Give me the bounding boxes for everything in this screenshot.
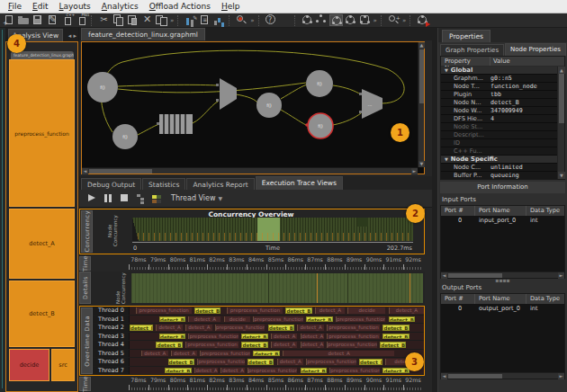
menu-item-file[interactable]: File: [4, 1, 26, 12]
toolbar-overflow-icon[interactable]: »: [401, 17, 407, 24]
output-port-row[interactable]: 0 output_port_0 int: [441, 304, 564, 313]
run-analysis-icon[interactable]: [416, 14, 429, 26]
graph-node-source[interactable]: f(): [87, 72, 118, 102]
trace-segment[interactable]: detect_A: [277, 359, 303, 365]
trace-segment[interactable]: detect_A: [185, 325, 212, 331]
tab-debug-output[interactable]: Debug Output: [81, 178, 141, 190]
time-strip[interactable]: Time: [79, 377, 91, 391]
menu-item-layouts[interactable]: Layouts: [55, 1, 95, 12]
property-row[interactable]: Node St...: [441, 123, 557, 131]
property-row[interactable]: ID: [441, 139, 557, 147]
details-strip[interactable]: Details: [79, 272, 91, 304]
tab-properties[interactable]: Properties: [442, 30, 490, 42]
help-icon[interactable]: ?: [265, 14, 278, 26]
copy-icon[interactable]: [112, 14, 125, 26]
treemap-file-tab[interactable]: feature_detection_linux.graphml: [11, 51, 74, 59]
trace-segment[interactable]: detect_A: [301, 334, 324, 340]
trace-segment[interactable]: decide: [347, 307, 386, 314]
property-row[interactable]: C++ Fu...: [441, 147, 557, 156]
col-data-type[interactable]: Data Type: [526, 294, 564, 304]
col-port-num[interactable]: Port #: [441, 206, 475, 216]
trace-segment[interactable]: detect_B: [285, 307, 311, 314]
treemap-block-decide[interactable]: decide: [9, 349, 50, 381]
cut-icon[interactable]: ✂: [97, 14, 111, 26]
stop-icon[interactable]: [119, 193, 129, 203]
over-time-strip[interactable]: Over-time Data: [81, 307, 93, 374]
trace-segment[interactable]: detect_A: [188, 316, 220, 323]
layout-circular-icon[interactable]: [344, 14, 357, 26]
trace-segment[interactable]: detect_A: [389, 307, 424, 314]
trace-segment[interactable]: detect_B: [165, 368, 191, 374]
trace-segment[interactable]: preprocess_function: [327, 334, 380, 340]
property-group-row[interactable]: ▼Node Specific: [441, 156, 557, 164]
trace-segment[interactable]: detect_A: [283, 351, 394, 357]
trace-segment[interactable]: detect_A: [315, 307, 345, 314]
toolbar-overflow-icon[interactable]: »: [373, 17, 378, 24]
tab-analytics-report[interactable]: Analytics Report: [186, 178, 254, 190]
graph-vertical-scrollbar[interactable]: ▲▼: [418, 42, 424, 167]
open-file-icon[interactable]: [17, 14, 31, 26]
layout-spread-icon[interactable]: [315, 14, 328, 26]
trace-segment[interactable]: detect_B: [194, 307, 220, 314]
trace-segment[interactable]: detect_A: [297, 325, 323, 331]
graph-node-detect-a[interactable]: f(): [306, 70, 333, 97]
new-file-icon[interactable]: +: [3, 14, 16, 26]
trace-segment[interactable]: detect_B: [380, 342, 406, 348]
thread-track[interactable]: detect_Bpreprocess_functiondetect_Bdetec…: [130, 358, 424, 366]
thread-track[interactable]: detect_Bdetect_Adetect_Apreprocess_funct…: [130, 324, 424, 332]
details-concurrency-chart[interactable]: [131, 273, 423, 303]
graph-node-mid[interactable]: f(): [256, 93, 282, 118]
tab-node-properties[interactable]: Node Properties: [505, 43, 566, 56]
paste-icon[interactable]: [126, 14, 140, 26]
trace-segment[interactable]: preprocess_function: [227, 307, 283, 314]
graph-node-join-2[interactable]: ...: [362, 89, 382, 119]
group-view-icon[interactable]: [135, 193, 145, 203]
tab-scroll-arrows[interactable]: ◂ ▸: [68, 32, 78, 41]
treemap-block-src[interactable]: src: [51, 349, 75, 381]
graph-node-join-1[interactable]: [220, 78, 237, 110]
property-row[interactable]: Node T...function_node: [441, 83, 557, 91]
menu-item-help[interactable]: Help: [217, 1, 245, 12]
save-icon[interactable]: [32, 14, 45, 26]
trace-segment[interactable]: detect_B: [241, 334, 267, 340]
trace-segment[interactable]: detect_B: [248, 359, 274, 365]
thread-track[interactable]: detect_Adetect_Apreprocess_functiondetec…: [130, 350, 424, 358]
tab-statistics[interactable]: Statistics: [142, 178, 185, 190]
layout-radial-icon[interactable]: [301, 14, 314, 26]
toolbar-overflow-icon[interactable]: »: [169, 17, 175, 24]
trace-segment[interactable]: detect_B: [130, 325, 153, 331]
thread-track[interactable]: detect_Bdetect_Adetect_Apreprocess_funct…: [130, 367, 424, 375]
col-data-type[interactable]: Data Type: [526, 206, 564, 216]
menu-item-edit[interactable]: Edit: [28, 1, 52, 12]
trace-segment[interactable]: preprocess_function: [336, 316, 386, 323]
input-ports-scrollbar[interactable]: ◄►: [441, 272, 564, 278]
trace-segment[interactable]: detect_B: [389, 316, 415, 323]
trace-segment[interactable]: detect_B: [301, 368, 327, 374]
concurrency-strip[interactable]: Concurrency: [81, 210, 93, 253]
property-row[interactable]: DFS Hie...4: [441, 115, 557, 123]
col-property-name[interactable]: Property Name: [441, 57, 490, 66]
search-icon[interactable]: [235, 14, 248, 26]
zoom-to-fit-icon[interactable]: +: [387, 14, 400, 26]
trace-segment[interactable]: detect_B: [156, 342, 182, 348]
trace-segment[interactable]: detect_A: [271, 342, 297, 348]
property-row[interactable]: Graphm...g0::n5: [441, 75, 557, 83]
treemap-block-detect-a[interactable]: detect_A: [9, 209, 75, 279]
output-ports-scrollbar[interactable]: ◄►: [441, 372, 564, 379]
trace-segment[interactable]: detect_B: [159, 316, 185, 323]
property-group-row[interactable]: ▼Global: [441, 67, 557, 75]
graph-node-detect-b-selected[interactable]: f(): [308, 113, 333, 138]
collapse-arrow-icon[interactable]: ▼: [441, 67, 451, 73]
trace-segment[interactable]: detect_B: [382, 334, 409, 340]
property-row[interactable]: Node W...347009949: [441, 107, 557, 115]
trace-segment[interactable]: detect_A: [271, 334, 297, 340]
trace-segment[interactable]: preprocess_function: [197, 359, 244, 365]
export-png-icon[interactable]: PNG: [75, 14, 88, 26]
trace-segment[interactable]: detect_B: [159, 334, 185, 340]
report-icon[interactable]: ≡: [198, 14, 212, 26]
col-port-num[interactable]: Port #: [441, 294, 475, 304]
trace-segment[interactable]: detect_B: [359, 359, 382, 365]
bar-chart-icon[interactable]: [212, 14, 226, 26]
tab-execution-trace-views[interactable]: Execution Trace Views: [256, 176, 343, 190]
compare-analysis-icon[interactable]: ✎: [184, 14, 197, 26]
